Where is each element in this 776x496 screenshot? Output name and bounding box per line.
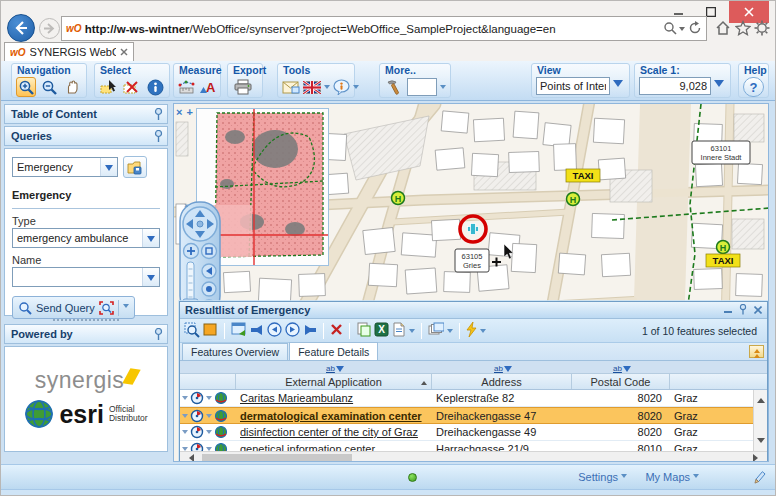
scrollbar-thumb[interactable] <box>202 454 352 462</box>
zoom-to-feature-icon[interactable] <box>190 425 204 439</box>
table-row[interactable]: disinfection center of the city of Graz … <box>180 424 767 441</box>
zoom-previous-icon[interactable] <box>267 322 282 339</box>
remove-selection-icon[interactable] <box>330 323 343 338</box>
open-in-window-icon[interactable] <box>231 322 247 339</box>
row-dropdown-icon[interactable] <box>206 396 212 403</box>
report-dropdown-icon[interactable] <box>409 329 415 336</box>
copy-features-icon[interactable] <box>428 322 444 339</box>
feature-link[interactable]: genetical information center <box>240 443 375 451</box>
scale-input[interactable]: 9,028 <box>639 77 711 95</box>
zoom-next-icon[interactable] <box>285 322 300 339</box>
view-select[interactable]: Points of Intere... <box>536 77 610 95</box>
search-icon[interactable] <box>663 21 677 37</box>
send-map-mail-icon[interactable] <box>282 77 300 97</box>
map-canvas[interactable]: H H H TAXI <box>173 103 769 462</box>
browser-forward-button[interactable] <box>39 18 60 39</box>
feature-link[interactable]: dermatological examination center <box>240 410 422 422</box>
search-dropdown-icon[interactable] <box>679 27 685 34</box>
external-application-icon[interactable] <box>214 409 228 423</box>
help-button[interactable]: ? <box>743 77 764 97</box>
scroll-left-icon[interactable] <box>185 454 194 462</box>
actions-flash-icon[interactable] <box>466 322 477 339</box>
address-bar[interactable]: wO http://w-ws-wintner/WebOffice/synserv… <box>61 16 707 41</box>
overview-close-icon[interactable]: × <box>176 106 182 118</box>
select-tool-icon[interactable] <box>99 77 119 97</box>
transit-stop-marker[interactable]: H <box>392 192 405 205</box>
table-row[interactable]: Caritas Marieambulanz Keplerstraße 82 80… <box>180 390 767 407</box>
table-row-selected[interactable]: dermatological examination center Dreiha… <box>180 407 767 424</box>
favorites-star-icon[interactable] <box>735 20 751 38</box>
collapse-panel-button[interactable] <box>749 345 764 358</box>
row-dropdown-icon[interactable] <box>206 414 212 421</box>
header-external-application[interactable]: External Application <box>236 374 432 389</box>
zoom-to-feature-icon[interactable] <box>190 442 204 451</box>
tab-close-icon[interactable] <box>120 46 128 58</box>
pin-icon[interactable] <box>154 328 163 346</box>
overview-move-icon[interactable]: + <box>186 106 192 118</box>
resultlist-close-icon[interactable] <box>754 305 762 315</box>
tab-feature-details[interactable]: Feature Details <box>289 342 378 360</box>
export-excel-icon[interactable]: X <box>374 322 389 339</box>
edit-pencil-icon[interactable] <box>751 470 767 488</box>
send-query-button[interactable]: Send Query <box>12 296 135 319</box>
vertical-scrollbar[interactable] <box>753 390 767 451</box>
first-feature-icon[interactable] <box>250 324 264 338</box>
transit-stop-marker[interactable]: H <box>717 241 730 254</box>
select-features-icon[interactable] <box>184 322 200 340</box>
zoom-to-feature-icon[interactable] <box>190 409 204 423</box>
scroll-down-icon[interactable] <box>757 438 765 447</box>
last-feature-icon[interactable] <box>303 324 317 338</box>
language-dropdown-icon[interactable] <box>324 85 330 92</box>
language-flag-icon[interactable] <box>303 77 321 97</box>
resultlist-minimize-icon[interactable] <box>724 305 732 315</box>
deselect-tool-icon[interactable] <box>122 77 142 97</box>
header-postal-code[interactable]: Postal Code <box>572 374 670 389</box>
more-tools-hammer-icon[interactable] <box>384 77 404 97</box>
identify-info-icon[interactable] <box>145 77 165 97</box>
settings-menu[interactable]: Settings <box>578 471 627 483</box>
header-address[interactable]: Address <box>432 374 572 389</box>
measure-tool-icon[interactable] <box>178 77 196 97</box>
print-icon[interactable] <box>232 77 254 97</box>
row-dropdown-icon[interactable] <box>206 430 212 437</box>
row-dropdown-icon[interactable] <box>182 396 188 403</box>
zoom-out-tool-icon[interactable] <box>39 77 59 97</box>
query-select[interactable]: Emergency <box>12 157 118 177</box>
header-city-column[interactable] <box>670 374 753 389</box>
send-query-dropdown-icon[interactable] <box>123 304 129 311</box>
more-tools-dropdown-icon[interactable] <box>440 85 446 92</box>
panel-resize-handle[interactable] <box>53 319 119 321</box>
more-tools-combobox[interactable] <box>407 78 437 96</box>
my-maps-menu[interactable]: My Maps <box>645 471 699 483</box>
feature-link[interactable]: Caritas Marieambulanz <box>240 392 353 404</box>
refresh-icon[interactable] <box>688 21 702 37</box>
transit-stop-marker[interactable]: H <box>567 193 580 206</box>
type-select[interactable]: emergency ambulance <box>12 228 160 248</box>
report-icon[interactable] <box>392 322 406 339</box>
external-application-icon[interactable] <box>214 425 228 439</box>
url-text[interactable]: http://w-ws-wintner/WebOffice/synserver?… <box>82 23 663 35</box>
name-select[interactable] <box>12 267 160 287</box>
horizontal-scrollbar[interactable] <box>180 451 767 462</box>
panel-header-queries[interactable]: Queries <box>4 126 168 146</box>
pin-icon[interactable] <box>154 130 163 148</box>
row-dropdown-icon[interactable] <box>182 430 188 437</box>
zoom-to-feature-icon[interactable] <box>190 391 204 405</box>
pan-hand-tool-icon[interactable] <box>62 77 82 97</box>
actions-dropdown-icon[interactable] <box>480 329 486 336</box>
browser-tab[interactable]: wO SYNERGIS WebOffice Web... <box>4 42 134 61</box>
feature-link[interactable]: disinfection center of the city of Graz <box>240 426 418 438</box>
panel-header-table-of-content[interactable]: Table of Content <box>4 104 168 124</box>
zoom-in-tool-icon[interactable] <box>16 77 36 97</box>
view-dropdown-icon[interactable] <box>613 80 623 92</box>
pin-icon[interactable] <box>154 108 163 126</box>
copy-to-clipboard-icon[interactable] <box>356 322 371 339</box>
save-query-button[interactable] <box>123 156 147 178</box>
browser-back-button[interactable] <box>7 14 35 42</box>
maptip-dropdown-icon[interactable] <box>353 85 359 92</box>
tab-features-overview[interactable]: Features Overview <box>182 343 288 360</box>
scroll-up-icon[interactable] <box>757 394 765 403</box>
scroll-right-icon[interactable] <box>753 454 762 462</box>
settings-gear-icon[interactable] <box>754 20 770 38</box>
copy-features-dropdown-icon[interactable] <box>447 329 453 336</box>
